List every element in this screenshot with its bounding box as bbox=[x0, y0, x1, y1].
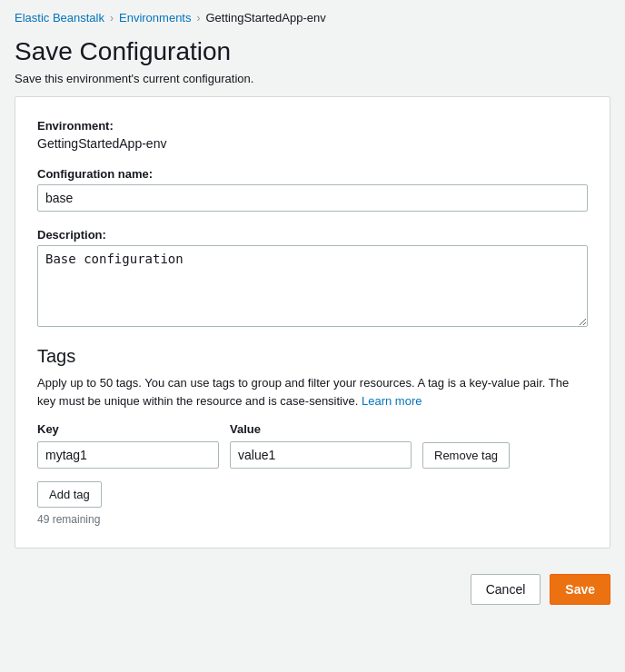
description-field: Description: Base configuration bbox=[37, 228, 588, 330]
tags-description-text: Apply up to 50 tags. You can use tags to… bbox=[37, 376, 569, 408]
environment-value: GettingStartedApp-env bbox=[37, 136, 588, 151]
breadcrumb-link-beanstalk[interactable]: Elastic Beanstalk bbox=[15, 11, 104, 25]
breadcrumb-current: GettingStartedApp-env bbox=[205, 11, 325, 25]
save-button[interactable]: Save bbox=[550, 574, 610, 605]
remaining-count: 49 remaining bbox=[37, 513, 588, 526]
tags-title: Tags bbox=[37, 346, 588, 367]
cancel-button[interactable]: Cancel bbox=[471, 574, 541, 605]
page-subtitle: Save this environment's current configur… bbox=[15, 72, 610, 85]
config-name-field: Configuration name: bbox=[37, 167, 588, 212]
page-title: Save Configuration bbox=[15, 37, 610, 66]
description-label: Description: bbox=[37, 228, 588, 242]
breadcrumb: Elastic Beanstalk › Environments › Getti… bbox=[0, 0, 625, 34]
tag-value-input[interactable] bbox=[230, 441, 412, 469]
footer-actions: Cancel Save bbox=[0, 563, 625, 616]
value-header: Value bbox=[230, 422, 412, 436]
main-card: Environment: GettingStartedApp-env Confi… bbox=[15, 96, 610, 548]
breadcrumb-link-environments[interactable]: Environments bbox=[119, 11, 191, 25]
config-name-input[interactable] bbox=[37, 184, 588, 212]
breadcrumb-separator-1: › bbox=[110, 12, 114, 25]
tags-row-header: Key Value bbox=[37, 422, 588, 436]
tags-section: Tags Apply up to 50 tags. You can use ta… bbox=[37, 346, 588, 526]
environment-label: Environment: bbox=[37, 119, 588, 133]
add-tag-button[interactable]: Add tag bbox=[37, 481, 102, 508]
tags-description: Apply up to 50 tags. You can use tags to… bbox=[37, 374, 588, 410]
remove-tag-button[interactable]: Remove tag bbox=[422, 442, 510, 469]
learn-more-link[interactable]: Learn more bbox=[362, 394, 422, 408]
description-input[interactable]: Base configuration bbox=[37, 245, 588, 327]
breadcrumb-separator-2: › bbox=[196, 12, 200, 25]
environment-field: Environment: GettingStartedApp-env bbox=[37, 119, 588, 151]
config-name-label: Configuration name: bbox=[37, 167, 588, 181]
page-header: Save Configuration Save this environment… bbox=[0, 34, 625, 96]
tag-key-input[interactable] bbox=[37, 441, 219, 469]
key-header: Key bbox=[37, 422, 219, 436]
tag-row: Remove tag bbox=[37, 441, 588, 469]
